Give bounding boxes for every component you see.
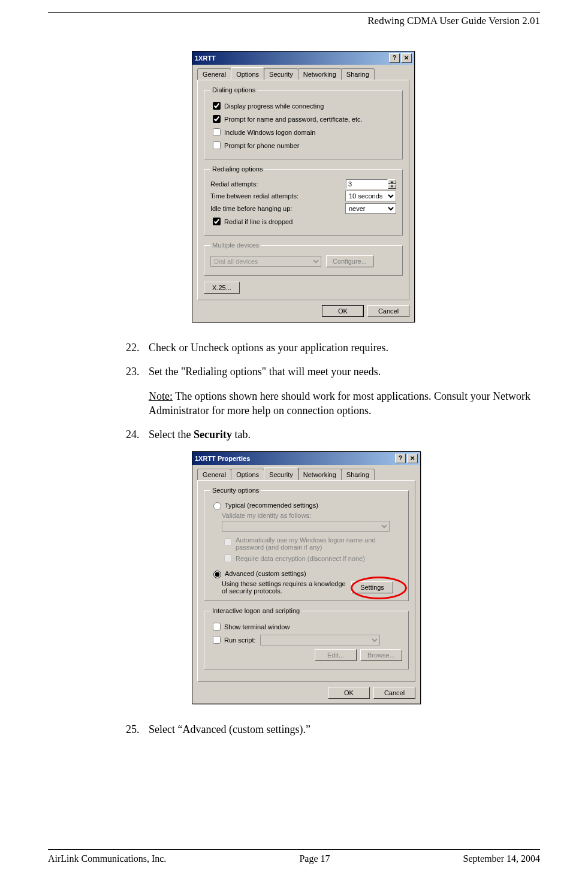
dialing-options-group: Dialing options Display progress while c… <box>204 86 403 159</box>
step-number: 23. <box>126 364 149 379</box>
typical-radio[interactable] <box>213 502 221 510</box>
dial-devices-select: Dial all devices <box>210 256 321 267</box>
display-progress-checkbox[interactable] <box>213 102 221 110</box>
redialing-options-group: Redialing options Redial attempts: ▲▼ Ti… <box>204 165 403 236</box>
tab-general[interactable]: General <box>197 469 231 480</box>
redial-dropped-checkbox[interactable] <box>213 218 221 225</box>
page-footer: AirLink Communications, Inc. Page 17 Sep… <box>48 849 540 864</box>
show-terminal-checkbox[interactable] <box>213 623 221 630</box>
settings-button[interactable]: Settings <box>351 581 393 593</box>
step-text: Set the "Redialing options" that will me… <box>149 364 540 379</box>
ok-button[interactable]: OK <box>322 305 364 317</box>
titlebar: 1XRTT ? ✕ <box>192 52 414 65</box>
tab-sharing[interactable]: Sharing <box>341 68 375 80</box>
configure-button: Configure... <box>326 255 373 267</box>
step-number: 25. <box>126 722 149 737</box>
step-text: Select the Security tab. <box>149 427 540 442</box>
tab-networking[interactable]: Networking <box>298 469 342 480</box>
edit-button: Edit... <box>315 649 357 661</box>
cancel-button[interactable]: Cancel <box>367 305 409 317</box>
time-between-select[interactable]: 10 seconds <box>345 191 396 201</box>
tab-options[interactable]: Options <box>231 67 264 80</box>
idle-time-select[interactable]: never <box>345 203 396 214</box>
include-domain-checkbox[interactable] <box>213 128 221 136</box>
multiple-devices-group: Multiple devices Dial all devices Config… <box>204 242 403 276</box>
run-script-checkbox[interactable] <box>213 636 221 644</box>
run-script-select <box>260 635 380 645</box>
dialog-1xrtt-options: 1XRTT ? ✕ General Options Security Netwo… <box>192 51 415 322</box>
tab-networking[interactable]: Networking <box>298 68 342 80</box>
auto-logon-checkbox <box>224 538 232 546</box>
dialog-1xrtt-properties: 1XRTT Properties ? ✕ General Options Sec… <box>192 451 421 704</box>
help-icon[interactable]: ? <box>395 454 406 463</box>
redial-attempts-input[interactable] <box>346 179 388 189</box>
help-icon[interactable]: ? <box>389 53 400 63</box>
tab-options[interactable]: Options <box>231 469 264 480</box>
tab-general[interactable]: General <box>197 68 231 80</box>
close-icon[interactable]: ✕ <box>407 454 418 463</box>
step-text: Check or Uncheck options as your applica… <box>149 340 540 355</box>
close-icon[interactable]: ✕ <box>401 53 412 63</box>
interactive-logon-group: Interactive logon and scripting Show ter… <box>204 607 409 669</box>
x25-button[interactable]: X.25... <box>204 282 240 294</box>
cancel-button[interactable]: Cancel <box>373 687 415 699</box>
step-text: Select “Advanced (custom settings).” <box>149 722 540 737</box>
titlebar: 1XRTT Properties ? ✕ <box>192 452 420 465</box>
prompt-name-checkbox[interactable] <box>213 115 221 123</box>
step-number: 24. <box>126 427 149 442</box>
page-header: Redwing CDMA User Guide Version 2.01 <box>48 15 540 27</box>
spinner-buttons[interactable]: ▲▼ <box>388 179 396 189</box>
tab-security[interactable]: Security <box>264 467 298 480</box>
browse-button: Browse... <box>360 649 402 661</box>
advanced-radio[interactable] <box>213 571 221 578</box>
security-options-group: Security options Typical (recommended se… <box>204 487 409 601</box>
tab-sharing[interactable]: Sharing <box>341 469 375 480</box>
step-number: 22. <box>126 340 149 355</box>
require-encrypt-checkbox <box>224 554 232 562</box>
tab-security[interactable]: Security <box>264 68 298 80</box>
footer-left: AirLink Communications, Inc. <box>48 853 166 864</box>
footer-right: September 14, 2004 <box>463 853 540 864</box>
prompt-phone-checkbox[interactable] <box>213 141 221 149</box>
ok-button[interactable]: OK <box>328 687 370 699</box>
footer-center: Page 17 <box>299 853 330 864</box>
validate-select <box>222 521 390 532</box>
note-text: Note: The options shown here should work… <box>149 389 540 418</box>
